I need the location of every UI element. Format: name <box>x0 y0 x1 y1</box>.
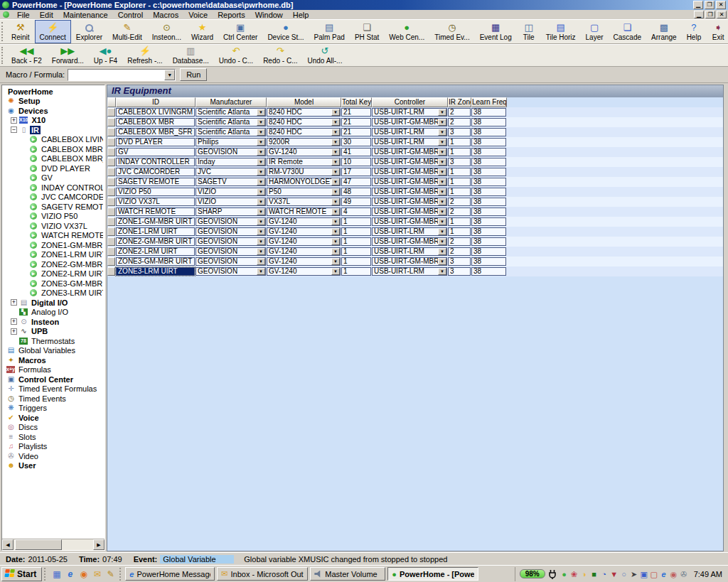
chevron-down-icon[interactable]: ▼ <box>331 158 340 166</box>
cell-field[interactable]: 10 <box>341 158 371 166</box>
scroll-right-icon[interactable]: ▶ <box>93 539 105 550</box>
cell-field[interactable]: GV <box>116 148 195 156</box>
toolbar-button-back-f2[interactable]: ◀◀Back - F2 <box>6 45 47 66</box>
chevron-down-icon[interactable]: ▼ <box>438 158 446 166</box>
cell-field[interactable]: GEOVISION▼ <box>196 267 266 276</box>
row-selector-button[interactable] <box>107 198 115 206</box>
row-selector-button[interactable] <box>107 148 115 156</box>
tree-item-dvd-player[interactable]: ▶DVD PLAYER <box>4 163 103 173</box>
cell-field[interactable]: 48 <box>341 188 371 196</box>
battery-indicator[interactable]: 98% <box>520 569 545 578</box>
chevron-down-icon[interactable]: ▼ <box>438 218 446 225</box>
tree-item-slots[interactable]: ≡Slots <box>4 432 103 442</box>
cell-field[interactable]: 21 <box>341 108 371 117</box>
cell-field[interactable]: USB-UIRT-GM-MBR▼ <box>372 168 447 176</box>
tree-item-playlists[interactable]: ♫Playlists <box>4 442 103 452</box>
child-window-icon[interactable] <box>3 11 9 18</box>
cell-field[interactable]: 3 <box>448 128 471 136</box>
outlook-reminder-icon[interactable]: ◑ <box>579 569 589 579</box>
tree-item-digital-i-o[interactable]: +▤Digital I/O <box>4 298 103 308</box>
chevron-down-icon[interactable]: ▼ <box>438 208 446 215</box>
cell-field[interactable]: 2 <box>448 237 471 246</box>
cell-field[interactable]: 38 <box>471 108 506 117</box>
task-button-powerhome-powe[interactable]: ●PowerHome - [Powe... <box>387 567 478 581</box>
chevron-down-icon[interactable]: ▼ <box>331 268 340 275</box>
chevron-down-icon[interactable]: ▼ <box>257 238 265 245</box>
chevron-down-icon[interactable]: ▼ <box>257 119 265 126</box>
cell-field[interactable]: USB-UIRT-GM-MBR▼ <box>372 188 447 196</box>
cell-field[interactable]: Inday▼ <box>196 158 266 166</box>
row-selector-button[interactable] <box>107 217 115 226</box>
tree-item-analog-i-o[interactable]: ▚Analog I/O <box>4 308 103 318</box>
cell-field[interactable]: CABLEBOX LIVINGRM <box>116 108 195 117</box>
toolbar-button-tile-horiz[interactable]: ▤Tile Horiz <box>541 20 581 43</box>
menu-voice[interactable]: Voice <box>183 11 213 19</box>
cell-field[interactable]: GV-1240▼ <box>267 257 341 266</box>
toolbar-button-event-log[interactable]: ▦Event Log <box>475 20 517 43</box>
chevron-down-icon[interactable]: ▼ <box>257 268 265 275</box>
tree-item-vizio-p50[interactable]: ▶VIZIO P50 <box>4 212 103 222</box>
cell-field[interactable]: USB-UIRT-GM-MBR▼ <box>372 198 447 206</box>
tree-item-x10[interactable]: +X10X10 <box>4 116 103 126</box>
row-selector-button[interactable] <box>107 118 115 126</box>
tree-item-user[interactable]: ☻User <box>4 461 103 471</box>
toolbar-button-arrange[interactable]: ▩Arrange <box>646 20 682 43</box>
cell-field[interactable]: USB-UIRT-LRM▼ <box>372 227 447 236</box>
macro-formula-combobox[interactable]: ▼ <box>68 69 176 81</box>
toolbar-grip[interactable] <box>1 47 5 64</box>
cell-field[interactable]: GV-1240▼ <box>267 217 341 226</box>
cell-field[interactable]: 38 <box>471 128 506 136</box>
chevron-down-icon[interactable]: ▼ <box>257 258 265 265</box>
windows-update-icon[interactable]: ◉ <box>669 569 679 579</box>
cell-field[interactable]: 1 <box>448 148 471 156</box>
cell-field[interactable]: USB-UIRT-GM-MBR▼ <box>372 237 447 246</box>
tree-item-zone3-gm-mbr-uirt[interactable]: ▶ZONE3-GM-MBR UIRT <box>4 279 103 289</box>
chevron-down-icon[interactable]: ▼ <box>438 119 446 126</box>
chevron-down-icon[interactable]: ▼ <box>257 248 265 255</box>
expand-icon[interactable]: + <box>11 328 17 335</box>
scrollbar-thumb[interactable] <box>15 539 62 550</box>
chevron-down-icon[interactable]: ▼ <box>257 129 265 136</box>
cell-field[interactable]: 1 <box>341 257 371 266</box>
menu-maintenance[interactable]: Maintenance <box>58 11 113 19</box>
tree-item-voice[interactable]: ✔Voice <box>4 413 103 423</box>
tree-item-inday-controller[interactable]: ▶INDAY CONTROLLER <box>4 183 103 193</box>
toolbar-button-help[interactable]: ?Help <box>682 20 707 43</box>
cell-field[interactable]: 8240 HDC▼ <box>267 118 341 126</box>
chevron-down-icon[interactable]: ▼ <box>438 139 446 146</box>
cell-field[interactable]: 41 <box>341 148 371 156</box>
cell-field[interactable]: 1 <box>341 227 371 236</box>
toolbar-button-timed-ev[interactable]: ◷Timed Ev... <box>429 20 474 43</box>
chevron-down-icon[interactable]: ▼ <box>257 139 265 146</box>
show-desktop-icon[interactable]: ▦ <box>51 569 62 579</box>
tree-item-zone3-lrm-uirt[interactable]: ▶ZONE3-LRM UIRT <box>4 289 103 298</box>
toolbar-button-palm-pad[interactable]: ▤Palm Pad <box>309 20 350 43</box>
column-header-controller[interactable]: Controller <box>372 97 448 107</box>
tree-item-zone2-gm-mbr-uirt[interactable]: ▶ZONE2-GM-MBR UIRT <box>4 259 103 269</box>
chevron-down-icon[interactable]: ▼ <box>331 178 340 185</box>
row-selector-button[interactable] <box>107 237 115 246</box>
cell-field[interactable]: VIZIO▼ <box>196 198 266 206</box>
antivirus-shield-icon[interactable]: ▼ <box>609 569 619 579</box>
cell-field[interactable]: GEOVISION▼ <box>196 227 266 236</box>
cell-field[interactable]: 1 <box>448 227 471 236</box>
toolbar-button-explorer[interactable]: Explorer <box>71 20 107 43</box>
search-icon[interactable]: ○ <box>619 569 629 579</box>
chevron-down-icon[interactable]: ▼ <box>438 168 446 176</box>
chevron-down-icon[interactable]: ▼ <box>438 109 446 116</box>
tree-item-setup[interactable]: ✺Setup <box>4 97 103 107</box>
cell-field[interactable]: 2 <box>448 118 471 126</box>
chevron-down-icon[interactable]: ▼ <box>257 198 265 205</box>
power-plug-icon[interactable] <box>547 569 557 579</box>
title-bar[interactable]: PowerHome - [PowerHome Explorer - c:\pow… <box>0 0 728 10</box>
cell-field[interactable]: JVC▼ <box>196 168 266 176</box>
cell-field[interactable]: VIZIO P50 <box>116 188 195 196</box>
cell-field[interactable]: 1 <box>341 247 371 256</box>
chevron-down-icon[interactable]: ▼ <box>438 268 446 275</box>
toolbar-button-forward[interactable]: ▶▶Forward... <box>47 45 89 66</box>
chevron-down-icon[interactable]: ▼ <box>438 178 446 185</box>
child-minimize-icon[interactable]: ▁ <box>694 11 704 18</box>
cell-field[interactable]: ZONE3-LRM UIRT <box>116 267 195 276</box>
run-button[interactable]: Run <box>180 68 207 81</box>
chevron-down-icon[interactable]: ▼ <box>438 228 446 235</box>
